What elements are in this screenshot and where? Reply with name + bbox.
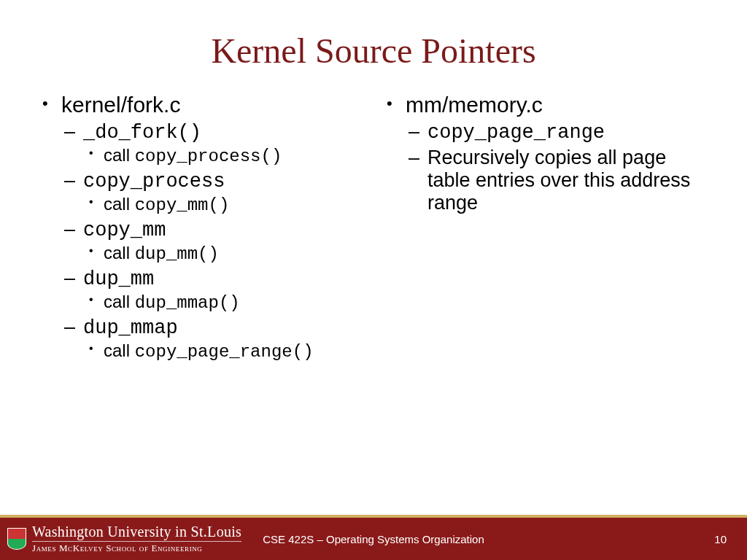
course-label: CSE 422S – Operating Systems Organizatio…: [0, 533, 747, 545]
list-item: call dup_mmap(): [83, 292, 366, 313]
left-column: kernel/fork.c _do_fork() call copy_proce…: [42, 93, 366, 366]
list-item: call copy_page_range(): [83, 341, 366, 362]
right-heading: mm/memory.c copy_page_range Recursively …: [387, 93, 711, 214]
call-fn: dup_mmap(): [135, 293, 240, 313]
right-heading-text: mm/memory.c: [406, 93, 543, 117]
call-fn: copy_process(): [135, 147, 282, 166]
list-item: dup_mm call dup_mmap(): [61, 267, 366, 313]
list-item: call copy_process(): [83, 145, 366, 166]
call-prefix: call: [104, 145, 135, 165]
list-item: Recursively copies all page table entrie…: [406, 147, 711, 214]
slide-body: kernel/fork.c _do_fork() call copy_proce…: [0, 71, 747, 366]
fn-name: copy_process: [83, 171, 225, 192]
fn-name: dup_mm: [83, 268, 154, 290]
fn-name: _do_fork(): [83, 122, 201, 144]
call-fn: dup_mm(): [135, 244, 219, 264]
call-prefix: call: [104, 341, 135, 360]
list-item: call dup_mm(): [83, 243, 366, 264]
description-text: Recursively copies all page table entrie…: [427, 147, 690, 214]
list-item: copy_mm call dup_mm(): [61, 218, 366, 264]
list-item: copy_process call copy_mm(): [61, 169, 366, 215]
fn-name: copy_mm: [83, 219, 166, 241]
fn-name: copy_page_range: [427, 122, 605, 144]
left-heading-text: kernel/fork.c: [61, 93, 180, 117]
right-column: mm/memory.c copy_page_range Recursively …: [381, 93, 711, 366]
list-item: dup_mmap call copy_page_range(): [61, 316, 366, 362]
page-number: 10: [714, 533, 727, 545]
fn-name: dup_mmap: [83, 317, 178, 339]
slide: Kernel Source Pointers kernel/fork.c _do…: [0, 0, 747, 560]
call-fn: copy_page_range(): [135, 342, 314, 362]
list-item: call copy_mm(): [83, 194, 366, 215]
call-prefix: call: [104, 292, 135, 311]
left-heading: kernel/fork.c _do_fork() call copy_proce…: [42, 93, 366, 362]
list-item: copy_page_range: [406, 120, 711, 144]
call-fn: copy_mm(): [135, 195, 230, 215]
call-prefix: call: [104, 243, 135, 262]
footer: Washington University in St.Louis James …: [0, 518, 747, 560]
call-prefix: call: [104, 194, 135, 214]
list-item: _do_fork() call copy_process(): [61, 120, 366, 166]
slide-title: Kernel Source Pointers: [0, 0, 747, 71]
